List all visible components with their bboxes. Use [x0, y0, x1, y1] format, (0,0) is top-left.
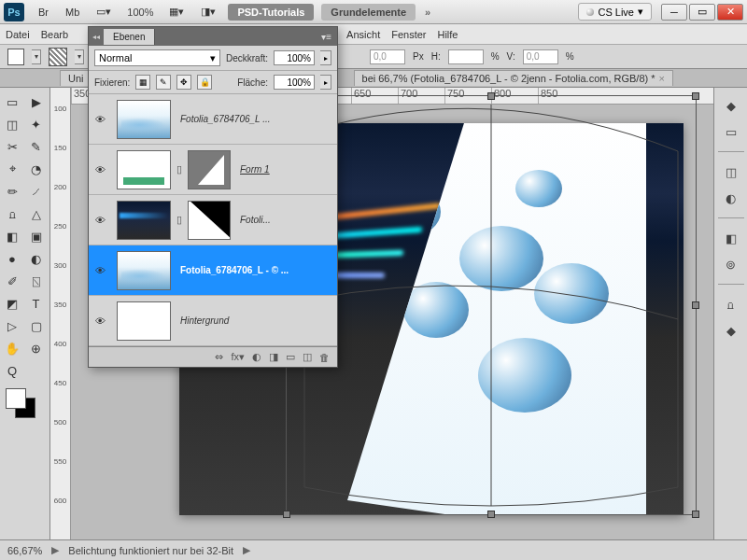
mask-thumb[interactable]: [188, 150, 231, 189]
workspace-other[interactable]: Grundelemente: [321, 4, 416, 21]
layer-name[interactable]: Form 1: [236, 164, 337, 175]
doc-tab[interactable]: bei 66,7% (Fotolia_6784706_L - © 2jenn -…: [354, 70, 673, 86]
foreground-swatch[interactable]: [6, 388, 26, 409]
status-arrow[interactable]: ▶: [51, 544, 59, 556]
dock-icon-4[interactable]: ◧: [721, 228, 741, 248]
layer-row[interactable]: 👁▯Form 1: [89, 145, 337, 195]
dock-icon-5[interactable]: ⊚: [721, 254, 741, 274]
tool-6[interactable]: ⌖: [2, 159, 22, 179]
tool-preset-button[interactable]: [7, 49, 24, 65]
layer-name[interactable]: Fotolia_6784706_L - © ...: [176, 265, 337, 275]
pattern-swatch[interactable]: [49, 48, 67, 66]
h-input[interactable]: [448, 49, 484, 64]
tool-24[interactable]: Q: [2, 360, 22, 381]
visibility-icon[interactable]: 👁: [89, 215, 111, 226]
status-zoom[interactable]: 66,67%: [7, 545, 42, 556]
layer-foot-icon-5[interactable]: ◫: [303, 351, 312, 363]
status-arrow-2[interactable]: ▶: [243, 544, 250, 556]
color-swatches[interactable]: [2, 388, 39, 426]
tool-preset-drop[interactable]: ▾: [32, 49, 41, 64]
bridge-button[interactable]: Br: [32, 4, 55, 21]
dock-icon-6[interactable]: ⩍: [721, 294, 741, 315]
handle-br[interactable]: [692, 511, 699, 518]
visibility-icon[interactable]: 👁: [89, 164, 111, 175]
layer-thumb[interactable]: [117, 201, 171, 240]
tool-18[interactable]: ◩: [2, 293, 22, 314]
tool-16[interactable]: ✐: [2, 271, 22, 291]
layer-foot-icon-3[interactable]: ◨: [269, 351, 278, 363]
cs-live-button[interactable]: CS Live ▾: [578, 3, 652, 21]
tool-8[interactable]: ✏: [2, 181, 22, 202]
lock-all-icon[interactable]: 🔒: [197, 75, 212, 90]
menu-help[interactable]: Hilfe: [437, 29, 458, 40]
tool-13[interactable]: ▣: [26, 226, 47, 246]
tool-21[interactable]: ▢: [26, 315, 47, 336]
collapse-icon[interactable]: ◂◂: [89, 33, 104, 41]
fill-input[interactable]: [274, 75, 315, 90]
maximize-button[interactable]: ▭: [689, 4, 715, 21]
arrange-button[interactable]: ▦▾: [162, 3, 190, 21]
layer-row[interactable]: 👁Fotolia_6784706_L - © ...: [89, 245, 337, 296]
tool-22[interactable]: ✋: [2, 338, 22, 358]
tool-11[interactable]: △: [26, 203, 47, 224]
tool-12[interactable]: ◧: [2, 226, 22, 246]
visibility-icon[interactable]: 👁: [89, 265, 111, 276]
layer-thumb[interactable]: [117, 251, 171, 290]
menu-edit[interactable]: Bearb: [41, 29, 68, 40]
panel-tab-layers[interactable]: Ebenen: [104, 29, 155, 45]
opacity-input[interactable]: [274, 50, 315, 65]
x-input[interactable]: [370, 49, 405, 64]
layer-thumb[interactable]: [117, 301, 171, 341]
handle-mr[interactable]: [692, 301, 699, 309]
tool-0[interactable]: ▭: [2, 91, 22, 112]
layer-foot-icon-6[interactable]: 🗑: [319, 352, 330, 363]
tool-20[interactable]: ▷: [2, 315, 22, 336]
opacity-slider-icon[interactable]: ▸: [320, 50, 331, 65]
lock-position-icon[interactable]: ✥: [176, 75, 191, 90]
pattern-drop[interactable]: ▾: [75, 49, 84, 64]
panel-menu-icon[interactable]: ▾≡: [316, 32, 337, 42]
layers-panel[interactable]: ◂◂ Ebenen ▾≡ Normal ▾ Deckkraft: ▸ Fixie…: [88, 26, 338, 368]
mask-thumb[interactable]: [188, 201, 231, 240]
layer-thumb[interactable]: [117, 150, 171, 189]
layer-foot-icon-0[interactable]: ⇔: [215, 351, 223, 363]
tool-10[interactable]: ⩍: [2, 203, 22, 224]
v-input[interactable]: [523, 49, 558, 64]
close-button[interactable]: ✕: [717, 4, 743, 21]
layer-foot-icon-1[interactable]: fx▾: [231, 351, 245, 363]
layer-name[interactable]: Fotoli...: [236, 215, 337, 225]
fill-slider-icon[interactable]: ▸: [320, 75, 331, 90]
layer-name[interactable]: Fotolia_6784706_L ...: [176, 114, 337, 124]
tool-3[interactable]: ✦: [26, 114, 47, 134]
close-icon[interactable]: ×: [659, 73, 665, 84]
tool-9[interactable]: ⟋: [26, 181, 47, 202]
workspace-active[interactable]: PSD-Tutorials: [228, 4, 314, 21]
minimize-button[interactable]: ─: [661, 4, 687, 21]
tool-19[interactable]: T: [26, 293, 47, 314]
tool-14[interactable]: ●: [2, 248, 22, 269]
tool-2[interactable]: ◫: [2, 114, 22, 134]
layer-thumb[interactable]: [117, 100, 171, 139]
layer-foot-icon-2[interactable]: ◐: [252, 351, 261, 363]
tool-4[interactable]: ✂: [2, 136, 22, 157]
dock-icon-3[interactable]: ◐: [721, 188, 741, 208]
tool-1[interactable]: ▶: [26, 91, 47, 112]
lock-transparent-icon[interactable]: ▦: [135, 75, 150, 90]
tool-17[interactable]: ⍂: [26, 271, 47, 291]
menu-window[interactable]: Fenster: [391, 29, 426, 40]
blend-mode-select[interactable]: Normal ▾: [94, 49, 220, 66]
layer-row[interactable]: 👁Fotolia_6784706_L ...: [89, 94, 337, 145]
layer-foot-icon-4[interactable]: ▭: [286, 351, 295, 363]
tool-23[interactable]: ⊕: [26, 338, 47, 358]
lock-pixels-icon[interactable]: ✎: [156, 75, 171, 90]
tool-7[interactable]: ◔: [26, 159, 47, 179]
layer-row[interactable]: 👁Hintergrund: [89, 296, 337, 346]
screen-mode-button[interactable]: ▭▾: [90, 3, 118, 21]
menu-file[interactable]: Datei: [6, 29, 30, 40]
dock-icon-0[interactable]: ◆: [721, 95, 741, 116]
minibridge-button[interactable]: Mb: [59, 4, 86, 21]
visibility-icon[interactable]: 👁: [89, 114, 111, 125]
extra-button[interactable]: ◨▾: [194, 3, 222, 21]
menu-view[interactable]: Ansicht: [346, 29, 380, 40]
link-icon[interactable]: ▯: [176, 214, 182, 226]
